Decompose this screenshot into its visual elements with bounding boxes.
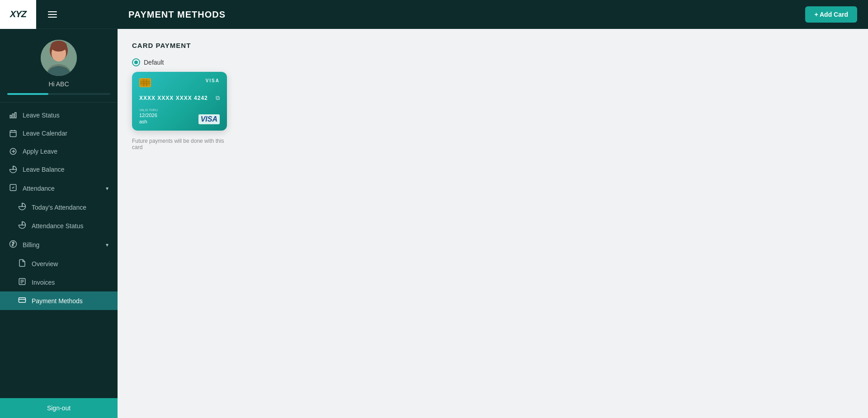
sidebar-item-invoices[interactable]: Invoices [0, 273, 118, 291]
progress-bar-fill [7, 93, 48, 95]
file-list-icon [18, 277, 26, 287]
chart-bar-icon [9, 111, 17, 119]
sidebar-sub-item-label: Today's Attendance [32, 204, 86, 211]
sidebar-item-label: Leave Status [23, 112, 60, 119]
sidebar-item-label: Leave Calendar [23, 130, 67, 137]
user-section: Hi ABC [0, 29, 118, 103]
sidebar-item-label: Leave Balance [23, 166, 65, 173]
user-greeting: Hi ABC [48, 80, 69, 88]
card-details: VALID THRU 12/2026 ash [139, 108, 158, 124]
sidebar-item-payment-methods[interactable]: Payment Methods [0, 291, 118, 310]
signout-button[interactable]: Sign-out [0, 398, 118, 418]
card-holder: ash [139, 119, 158, 124]
logo-text: XYZ [10, 9, 26, 19]
svg-rect-24 [146, 79, 147, 86]
svg-rect-23 [143, 79, 144, 86]
calendar-icon [9, 129, 17, 137]
nav-group-label: Attendance [23, 185, 55, 192]
card-payment-area: Default VISA [132, 58, 854, 150]
svg-rect-26 [140, 83, 150, 84]
sidebar-sub-item-label: Overview [32, 260, 58, 268]
sidebar-item-leave-status[interactable]: Leave Status [0, 106, 118, 124]
add-card-button[interactable]: + Add Card [805, 6, 857, 23]
pie-chart-icon [18, 202, 26, 212]
sidebar-item-apply-leave[interactable]: Apply Leave [0, 142, 118, 160]
sidebar-header: XYZ [0, 0, 118, 29]
card-expiry: 12/2026 [139, 113, 158, 118]
card-valid-thru-label: VALID THRU [139, 108, 158, 112]
svg-rect-25 [140, 81, 150, 82]
topbar: PAYMENT METHODS + Add Card [118, 0, 868, 29]
progress-bar [7, 93, 110, 95]
contactless-icon: ⧉ [216, 94, 220, 102]
arrow-right-icon [9, 147, 17, 155]
dollar-icon [9, 240, 17, 249]
hamburger-icon [48, 11, 57, 18]
content-area: CARD PAYMENT Default [118, 29, 868, 418]
hamburger-button[interactable] [43, 5, 61, 23]
default-label-row: Default [132, 58, 164, 66]
sidebar-item-leave-balance[interactable]: Leave Balance [0, 160, 118, 178]
sidebar-item-label: Apply Leave [23, 148, 57, 155]
card-brand-bottom: VISA [198, 114, 220, 124]
card-footer-text: Future payments will be done with this c… [132, 138, 227, 150]
signout-section: Sign-out [0, 398, 118, 418]
avatar [41, 40, 77, 76]
chevron-down-icon: ▾ [106, 185, 108, 192]
svg-rect-6 [13, 114, 14, 118]
attendance-icon [9, 183, 17, 193]
nav-group-billing[interactable]: Billing ▾ [0, 235, 118, 254]
sidebar-item-attendance-status[interactable]: Attendance Status [0, 216, 118, 235]
sidebar-sub-item-label: Invoices [32, 279, 55, 286]
logo: XYZ [0, 0, 36, 29]
nav-group-attendance[interactable]: Attendance ▾ [0, 178, 118, 198]
section-title: CARD PAYMENT [132, 42, 854, 49]
sidebar-item-todays-attendance[interactable]: Today's Attendance [0, 198, 118, 216]
sidebar-sub-item-label: Attendance Status [32, 222, 83, 230]
card-bottom-row: VALID THRU 12/2026 ash VISA [139, 108, 220, 124]
default-label: Default [144, 59, 164, 66]
svg-point-3 [51, 41, 67, 52]
card-chip-icon [139, 78, 151, 87]
sidebar: XYZ Hi ABC [0, 0, 118, 418]
card-number: XXXX XXXX XXXX 4242 [139, 95, 208, 101]
sidebar-item-leave-calendar[interactable]: Leave Calendar [0, 124, 118, 142]
sidebar-sub-item-label: Payment Methods [32, 297, 83, 305]
card-brand-top: VISA [206, 78, 220, 83]
card-top-row: VISA [139, 78, 220, 87]
page-title: PAYMENT METHODS [128, 9, 226, 20]
nav-section: Leave Status Leave Calendar Apply Leave [0, 103, 118, 398]
credit-card-icon [18, 296, 26, 305]
svg-rect-8 [10, 131, 16, 137]
sidebar-item-overview[interactable]: Overview [0, 254, 118, 273]
credit-card: VISA XXXX XXXX XXXX 4242 ⧉ VALID THRU 12… [132, 72, 227, 131]
radio-inner [134, 61, 138, 64]
file-icon [18, 259, 26, 268]
svg-rect-20 [19, 298, 26, 303]
svg-rect-5 [10, 115, 11, 118]
main-content: PAYMENT METHODS + Add Card CARD PAYMENT … [118, 0, 868, 418]
svg-rect-22 [140, 79, 150, 86]
svg-rect-7 [15, 113, 16, 118]
pie-chart-icon [9, 165, 17, 174]
default-radio[interactable] [132, 58, 140, 66]
chevron-down-icon: ▾ [106, 242, 108, 248]
nav-group-label: Billing [23, 241, 39, 249]
pie-chart-icon [18, 221, 26, 230]
